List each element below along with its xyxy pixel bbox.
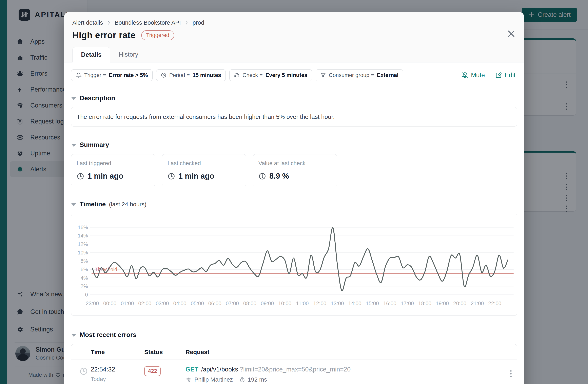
svg-text:23:00: 23:00 (86, 300, 99, 306)
svg-text:0: 0 (85, 292, 88, 298)
close-button[interactable] (506, 29, 516, 38)
svg-text:Threshold: Threshold (95, 267, 117, 272)
summary-card-last-checked: Last checked 1 min ago (162, 154, 246, 186)
modal-header: Alert details Boundless Bookstore API pr… (64, 12, 524, 63)
svg-text:00:00: 00:00 (103, 300, 116, 306)
refresh-icon (234, 72, 240, 78)
alert-circle-icon (258, 172, 266, 180)
request-query: ?limit=20&price_max=50&price_min=20 (240, 366, 351, 373)
svg-text:01:00: 01:00 (121, 300, 134, 306)
chevron-down-icon[interactable] (71, 144, 76, 147)
svg-text:10%: 10% (78, 250, 88, 256)
breadcrumb-app[interactable]: Boundless Bookstore API (115, 20, 181, 26)
alert-details-modal: Alert details Boundless Bookstore API pr… (64, 12, 524, 384)
section-summary: Summary (71, 141, 517, 149)
svg-text:08:00: 08:00 (243, 300, 256, 306)
funnel-icon (320, 72, 326, 78)
breadcrumb: Alert details Boundless Bookstore API pr… (72, 20, 516, 26)
svg-text:09:00: 09:00 (261, 300, 274, 306)
section-heading: Description (80, 94, 115, 102)
tab-details[interactable]: Details (72, 47, 110, 63)
duration: 192 ms (248, 376, 267, 383)
svg-text:02:00: 02:00 (138, 300, 151, 306)
svg-text:17:00: 17:00 (401, 300, 414, 306)
svg-text:18:00: 18:00 (418, 300, 431, 306)
svg-text:11:00: 11:00 (296, 300, 309, 306)
edit-button[interactable]: Edit (495, 72, 515, 79)
consumer-name: Philip Martinez (194, 376, 233, 383)
svg-text:14:00: 14:00 (348, 300, 361, 306)
svg-text:13:00: 13:00 (331, 300, 344, 306)
timeline-chart-card: 02%4%6%8%10%12%14%16%23:0000:0001:0002:0… (71, 214, 517, 316)
mute-button[interactable]: Mute (462, 72, 485, 79)
error-time: 22:54:32 (91, 366, 144, 373)
section-most-recent-errors: Most recent errors (71, 331, 517, 339)
section-heading: Most recent errors (80, 331, 136, 339)
chip-period: Period = 15 minutes (156, 69, 226, 81)
timeline-chart-svg: 02%4%6%8%10%12%14%16%23:0000:0001:0002:0… (71, 214, 517, 316)
svg-text:15:00: 15:00 (366, 300, 379, 306)
chevron-down-icon[interactable] (71, 97, 76, 100)
svg-text:07:00: 07:00 (226, 300, 239, 306)
svg-text:04:00: 04:00 (173, 300, 186, 306)
svg-text:12%: 12% (78, 241, 88, 247)
svg-text:19:00: 19:00 (436, 300, 449, 306)
status-code-badge: 422 (144, 366, 161, 376)
chip-consumer-group: Consumer group = External (316, 69, 403, 81)
description-text: The error rate for requests from externa… (71, 107, 517, 127)
svg-text:6%: 6% (81, 267, 88, 272)
error-date: Today (91, 376, 144, 382)
chevron-right-icon (106, 20, 111, 25)
stopwatch-icon (239, 377, 245, 383)
svg-text:10:00: 10:00 (278, 300, 291, 306)
bell-off-icon (462, 72, 468, 78)
bell-icon (76, 72, 82, 78)
summary-card-value-at-last-check: Value at last check 8.9 % (253, 154, 337, 186)
section-description: Description (71, 94, 517, 102)
section-timeline: Timeline (last 24 hours) (71, 200, 517, 208)
chip-check: Check = Every 5 minutes (229, 69, 312, 81)
errors-table-header: Time Status Request (71, 344, 517, 360)
svg-text:22:00: 22:00 (488, 300, 501, 306)
clock-icon (79, 367, 88, 376)
breadcrumb-env[interactable]: prod (192, 20, 204, 26)
chip-trigger: Trigger = Error rate > 5% (71, 69, 152, 81)
timeline-range: (last 24 hours) (109, 201, 146, 208)
chevron-right-icon (184, 20, 189, 25)
svg-text:16:00: 16:00 (383, 300, 397, 306)
edit-icon (495, 72, 502, 78)
svg-text:4%: 4% (81, 275, 88, 281)
kebab-menu-icon[interactable] (507, 369, 515, 379)
request-path: /api/v1/books (201, 366, 238, 373)
chevron-down-icon[interactable] (71, 203, 76, 206)
clock-icon (168, 172, 175, 180)
svg-text:8%: 8% (81, 258, 88, 264)
summary-card-last-triggered: Last triggered 1 min ago (71, 154, 155, 186)
http-method: GET (186, 366, 198, 373)
fingerprint-icon (186, 377, 191, 383)
breadcrumb-alert-details[interactable]: Alert details (72, 20, 103, 26)
svg-text:03:00: 03:00 (156, 300, 169, 306)
clock-icon (161, 72, 167, 78)
section-heading: Summary (80, 141, 109, 149)
svg-text:21:00: 21:00 (471, 300, 484, 306)
table-row[interactable]: 22:54:32 Today 422 GET/api/v1/books?limi… (71, 360, 517, 384)
chevron-down-icon[interactable] (71, 334, 76, 337)
svg-text:06:00: 06:00 (208, 300, 221, 306)
page-title: High error rate (72, 30, 136, 40)
tab-bar: Details History (72, 47, 516, 62)
clock-icon (77, 172, 84, 180)
svg-text:2%: 2% (81, 283, 88, 289)
svg-text:16%: 16% (78, 225, 88, 230)
status-badge: Triggered (141, 30, 174, 40)
svg-text:14%: 14% (78, 233, 88, 238)
alert-conditions: Trigger = Error rate > 5% Period = 15 mi… (71, 69, 517, 81)
svg-text:12:00: 12:00 (313, 300, 326, 306)
svg-text:20:00: 20:00 (453, 300, 466, 306)
errors-table: Time Status Request 22:54:32 Today 422 G… (71, 344, 517, 384)
svg-text:05:00: 05:00 (191, 300, 204, 306)
section-heading: Timeline (last 24 hours) (80, 200, 147, 208)
tab-history[interactable]: History (110, 47, 147, 62)
